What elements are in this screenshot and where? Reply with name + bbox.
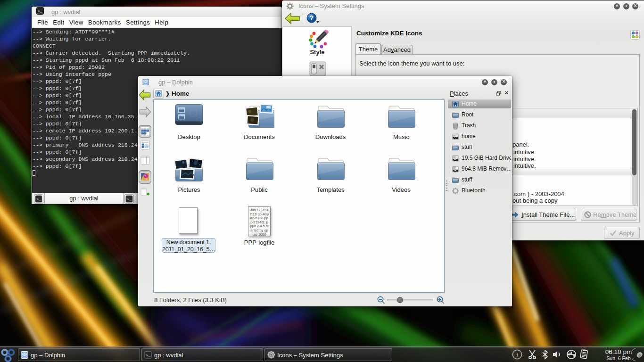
svg-text:i: i: [516, 351, 518, 358]
svg-text:>_: >_: [146, 353, 150, 357]
svg-text:?: ?: [310, 14, 314, 22]
svg-text:>_: >_: [127, 197, 132, 201]
svg-text:>_: >_: [36, 197, 41, 201]
svg-text:>_: >_: [38, 9, 42, 13]
